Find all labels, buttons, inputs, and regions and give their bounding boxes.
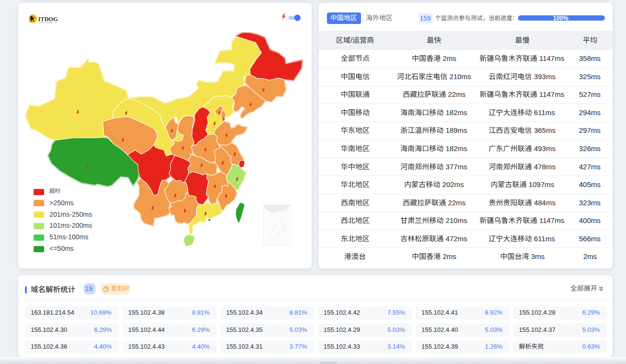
svg-text:1097ms: 1097ms [527,181,554,188]
svg-text:5.03%: 5.03% [582,327,600,333]
svg-text:427ms: 427ms [579,163,601,171]
svg-text:6.29%: 6.29% [192,327,210,333]
svg-text:163.181.214.54: 163.181.214.54 [31,309,74,316]
svg-text:3.14%: 3.14% [387,343,405,350]
svg-text:405ms: 405ms [579,181,601,188]
svg-text:10.69%: 10.69% [90,309,112,316]
svg-text:155.102.4.42: 155.102.4.42 [324,309,360,316]
svg-text:1147ms: 1147ms [537,55,564,62]
svg-text:6.29%: 6.29% [94,327,112,333]
svg-text:www.itdog.cn: www.itdog.cn [38,21,58,23]
svg-text:400ms: 400ms [579,217,601,224]
svg-text:100%: 100% [553,15,568,22]
svg-text:22ms: 22ms [446,91,466,98]
svg-text:7.55%: 7.55% [387,309,405,316]
svg-text:155.102.4.34: 155.102.4.34 [226,309,263,316]
svg-text:210ms: 210ms [444,217,467,224]
svg-text:155.102.4.37: 155.102.4.37 [519,327,555,333]
svg-text:202ms: 202ms [440,181,464,188]
svg-text:326ms: 326ms [579,145,601,153]
svg-text:3ms: 3ms [529,253,545,260]
svg-text:1.26%: 1.26% [485,343,503,350]
svg-text:155.102.4.28: 155.102.4.28 [519,309,555,316]
svg-text:155.102.4.33: 155.102.4.33 [324,343,360,350]
svg-text:484ms: 484ms [532,199,555,207]
svg-text:>250ms: >250ms [49,200,73,207]
svg-text:1147ms: 1147ms [537,217,564,224]
svg-text:155.102.4.35: 155.102.4.35 [226,327,263,333]
svg-text:566ms: 566ms [579,235,601,243]
svg-text:155.102.4.43: 155.102.4.43 [128,343,165,350]
svg-text:323ms: 323ms [579,199,601,207]
svg-text:22ms: 22ms [446,199,466,207]
svg-text:6.29%: 6.29% [582,309,600,316]
svg-text:6.92%: 6.92% [485,309,503,316]
svg-text:155.102.4.38: 155.102.4.38 [128,309,165,316]
svg-text:101ms-200ms: 101ms-200ms [49,222,92,229]
svg-text:51ms-100ms: 51ms-100ms [49,234,88,241]
svg-text:159: 159 [420,15,431,22]
svg-text:527ms: 527ms [579,91,601,98]
svg-text:4.40%: 4.40% [94,343,112,350]
svg-text:155.102.4.31: 155.102.4.31 [226,343,263,350]
svg-text:155.102.4.29: 155.102.4.29 [324,327,360,333]
svg-text:155.102.4.44: 155.102.4.44 [128,327,165,333]
svg-text:155.102.4.30: 155.102.4.30 [31,327,67,333]
svg-text:5.03%: 5.03% [387,327,405,333]
svg-text:189ms: 189ms [444,127,467,134]
svg-text:182ms: 182ms [444,145,467,153]
svg-text:201ms-250ms: 201ms-250ms [49,211,92,218]
svg-text:155.102.4.36: 155.102.4.36 [31,343,67,350]
svg-text:210ms: 210ms [447,73,471,81]
svg-text:19: 19 [85,285,93,293]
svg-text:393ms: 393ms [532,73,555,81]
svg-text:478ms: 478ms [532,163,555,171]
svg-text:155.102.4.39: 155.102.4.39 [421,343,458,350]
svg-text:2ms: 2ms [441,253,457,260]
svg-text:2ms: 2ms [441,55,457,62]
svg-text:493ms: 493ms [532,145,555,153]
svg-text:611ms: 611ms [532,235,555,243]
svg-text:<=50ms: <=50ms [49,245,74,252]
svg-text:182ms: 182ms [444,109,467,117]
svg-text:472ms: 472ms [444,235,467,243]
svg-text:1147ms: 1147ms [537,91,564,98]
svg-text:155.102.4.40: 155.102.4.40 [421,327,458,333]
svg-text:611ms: 611ms [532,109,555,117]
svg-text:0.63%: 0.63% [582,343,600,350]
svg-text:365ms: 365ms [532,127,555,134]
svg-text:155.102.4.41: 155.102.4.41 [421,309,458,316]
svg-text:8.81%: 8.81% [192,309,210,316]
svg-text:5.03%: 5.03% [289,327,307,333]
svg-text:5.03%: 5.03% [485,327,503,333]
svg-text:8.81%: 8.81% [289,309,307,316]
svg-text:3.77%: 3.77% [289,343,307,350]
svg-text:294ms: 294ms [579,109,601,117]
svg-text:325ms: 325ms [579,73,601,81]
svg-text:297ms: 297ms [579,127,601,134]
svg-text:/: / [350,36,353,44]
svg-text:358ms: 358ms [579,55,601,62]
svg-text:4.40%: 4.40% [192,343,210,350]
svg-text:2ms: 2ms [583,253,597,260]
svg-text:IP: IP [123,285,129,292]
svg-text:377ms: 377ms [444,163,467,171]
